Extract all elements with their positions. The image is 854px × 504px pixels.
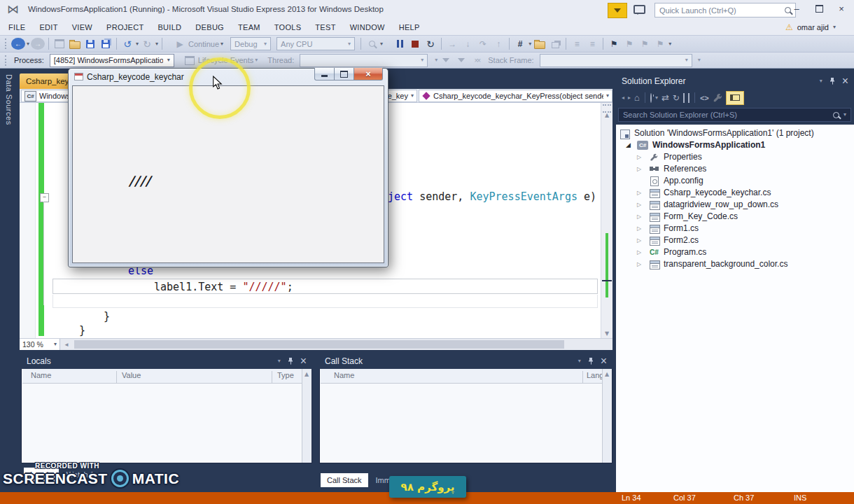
chevron-down-icon[interactable]: ▾ [435,57,438,63]
home-button[interactable]: ⌂ [634,92,640,103]
chevron-down-icon[interactable]: ▾ [528,41,531,47]
feedback-button[interactable] [634,4,645,17]
redo-button[interactable]: ↻ [140,37,154,51]
outline-collapse-button[interactable]: − [40,193,49,202]
stack-frame-dropdown[interactable]: ▾ [540,54,692,67]
step-into-button[interactable]: ↓ [461,37,475,51]
tree-node-references[interactable]: ▷ References [616,163,854,175]
window-position-chevron[interactable]: ▾ [820,78,822,84]
editor-horizontal-scrollbar[interactable]: 130 % ▾ ◄ [20,338,612,350]
step-out-button[interactable]: ↑ [491,37,505,51]
output-window-button[interactable] [548,37,562,51]
quick-launch-input[interactable]: Quick Launch (Ctrl+Q) [654,3,796,18]
tree-node-transparent-background-color[interactable]: ▷ transparent_background_color.cs [616,258,854,270]
pin-icon[interactable] [287,358,294,365]
scroll-up-arrow[interactable]: ▲ [601,112,612,118]
new-file-button[interactable] [52,37,66,51]
call-stack-scrollbar[interactable]: ▲ [602,369,612,463]
call-stack-grid[interactable]: Name Lang ▲ [319,369,612,463]
tree-node-app-config[interactable]: App.config [616,175,854,187]
member-dropdown[interactable]: Csharp_keycode_keychar_KeyPress(object s… [419,90,612,102]
expander-icon[interactable]: ▷ [637,199,641,211]
properties-wrench-button[interactable] [713,93,722,103]
expander-icon[interactable]: ▷ [637,246,641,258]
scroll-down-arrow[interactable]: ▼ [601,330,612,337]
pending-changes-filter-button[interactable] [650,94,652,102]
locals-header[interactable]: Locals ▾ × [21,354,312,369]
chevron-down-icon[interactable]: ▾ [136,41,139,47]
locals-scrollbar[interactable]: ▲ [302,369,312,463]
pin-icon[interactable] [829,78,836,85]
process-dropdown[interactable]: [4852] WindowsFormsApplication1 ▾ [50,54,174,67]
show-next-statement-button[interactable]: → [445,37,459,51]
continue-button[interactable]: Continue [188,40,219,48]
unflag-all-button[interactable]: ×× [470,53,484,67]
next-bookmark-button[interactable]: ⚑ [638,37,652,51]
tree-node-solution[interactable]: Solution 'WindowsFormsApplication1' (1 p… [616,127,854,139]
call-stack-header[interactable]: Call Stack ▾ × [319,354,612,369]
close-icon[interactable]: × [601,355,607,368]
toggle-bookmark-button[interactable]: ⚑ [607,37,621,51]
expander-icon[interactable]: ▷ [637,163,641,175]
menu-window[interactable]: WINDOW [343,20,392,35]
preview-selected-items-button[interactable] [726,91,744,105]
toolbar-grip[interactable] [5,38,8,49]
undo-button[interactable]: ↺ [120,37,134,51]
continue-play-icon[interactable]: ▶ [173,37,187,51]
chevron-down-icon[interactable]: ▾ [220,41,223,47]
expander-icon[interactable]: ▷ [637,234,641,246]
flag-threads-button[interactable] [439,53,453,67]
column-separator[interactable] [582,371,583,383]
lifecycle-events-button[interactable] [183,53,197,67]
menu-tools[interactable]: TOOLS [267,20,309,35]
tab-data-sources[interactable]: Data Sources [5,74,13,125]
scrollbar-thumb[interactable] [74,340,564,349]
solution-explorer-header[interactable]: Solution Explorer ▾ × [616,74,854,89]
expander-icon[interactable]: ◢ [626,139,631,151]
chevron-down-icon[interactable]: ▾ [155,41,158,47]
column-separator[interactable] [116,371,117,383]
previous-bookmark-button[interactable]: ⚑ [622,37,636,51]
navigate-forward-button[interactable]: → [31,38,45,50]
tab-call-stack[interactable]: Call Stack [321,473,368,487]
form-close-button[interactable]: × [354,68,383,80]
expander-icon[interactable]: ▷ [637,151,641,163]
tree-node-properties[interactable]: ▷ Properties [616,151,854,163]
thread-dropdown[interactable]: ▾ [300,54,428,67]
window-position-chevron[interactable]: ▾ [278,358,281,364]
increase-indent-button[interactable]: ≡ [585,37,599,51]
show-all-files-button[interactable] [683,94,685,102]
close-icon[interactable]: × [300,355,307,368]
decrease-indent-button[interactable]: ≡ [570,37,584,51]
menu-help[interactable]: HELP [392,20,427,35]
forward-button[interactable]: ▸ [628,95,631,101]
save-button[interactable] [83,37,97,51]
chevron-down-icon[interactable]: ▾ [380,41,383,47]
window-position-chevron[interactable]: ▾ [578,358,581,364]
tree-node-datagridview-row-up-down[interactable]: ▷ datagridview_row_up_down.cs [616,199,854,211]
find-button[interactable] [365,37,379,51]
menu-view[interactable]: VIEW [65,20,99,35]
scroll-up-arrow[interactable]: ▲ [603,371,611,377]
scroll-up-arrow[interactable]: ▲ [302,371,311,377]
notifications-button[interactable] [608,3,627,18]
editor-vertical-scrollbar[interactable]: ▲ ▼ [601,103,612,338]
back-button[interactable]: ◂ [622,95,624,101]
flagged-only-button[interactable] [454,53,468,67]
title-bar[interactable]: ⋈ WindowsFormsApplication1 (Running) - M… [0,0,854,20]
save-all-button[interactable] [99,37,113,51]
hex-display-button[interactable]: # [513,37,527,51]
open-file-button[interactable] [68,37,82,51]
user-account-menu[interactable]: ⚠ omar ajid ▾ [785,22,854,32]
pin-icon[interactable] [587,358,594,365]
locals-grid[interactable]: Name Value Type ▲ [21,369,312,463]
toolbar-overflow-chevron[interactable]: ▾ [668,41,671,47]
solution-explorer-search-input[interactable]: Search Solution Explorer (Ctrl+S) ▾ [618,108,851,122]
toolbar-grip[interactable] [5,55,8,66]
menu-project[interactable]: PROJECT [99,20,150,35]
close-button[interactable]: × [832,1,851,15]
collapse-all-button[interactable] [688,94,690,102]
menu-build[interactable]: BUILD [150,20,188,35]
tree-node-form-key-code[interactable]: ▷ Form_Key_Code.cs [616,211,854,223]
menu-debug[interactable]: DEBUG [188,20,231,35]
